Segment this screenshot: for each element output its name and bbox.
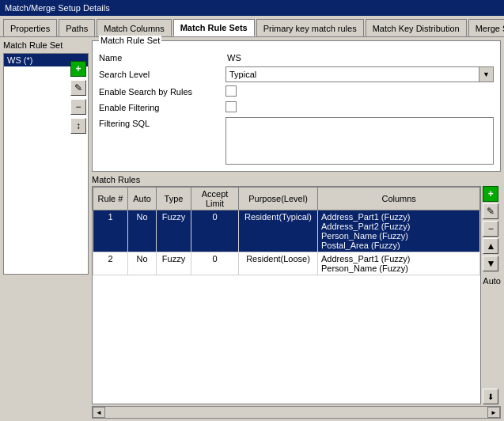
scroll-down-button[interactable]: ⬇ xyxy=(483,389,498,404)
title-bar: Match/Merge Setup Details xyxy=(0,0,504,16)
edit-rule-button[interactable]: ✎ xyxy=(483,203,498,219)
name-label: Name xyxy=(96,51,222,65)
move-rule-down-button[interactable]: ▼ xyxy=(483,256,498,271)
title-text: Match/Merge Setup Details xyxy=(5,3,110,13)
match-rules-header: Match Rules xyxy=(92,175,501,184)
table-row[interactable]: 1 No Fuzzy 0 Resident(Typical) Address_P… xyxy=(93,210,480,252)
move-rule-up-button[interactable]: ▲ xyxy=(483,238,498,254)
tab-match-columns[interactable]: Match Columns xyxy=(97,19,171,36)
rule-type: Fuzzy xyxy=(157,252,191,275)
tab-merge-settings[interactable]: Merge Settings xyxy=(468,19,504,36)
tab-properties[interactable]: Properties xyxy=(3,19,57,36)
enable-filtering-label: Enable Filtering xyxy=(96,100,222,116)
rule-columns: Address_Part1 (Fuzzy) Person_Name (Fuzzy… xyxy=(318,252,480,275)
col-purpose: Purpose(Level) xyxy=(239,188,318,210)
rule-num: 1 xyxy=(93,210,128,252)
add-rule-set-button[interactable]: + xyxy=(70,61,86,77)
reorder-rule-set-button[interactable]: ↕ xyxy=(70,118,86,134)
search-level-arrow[interactable]: ▼ xyxy=(479,67,493,82)
tab-match-rule-sets[interactable]: Match Rule Sets xyxy=(173,19,255,36)
rule-accept-limit: 0 xyxy=(191,210,239,252)
right-panel: Match Rule Set Name WS Search Level Typi… xyxy=(92,40,501,419)
col-rule-num: Rule # xyxy=(93,188,128,210)
add-rule-button[interactable]: + xyxy=(483,186,498,202)
name-value: WS xyxy=(225,52,494,63)
remove-rule-set-button[interactable]: − xyxy=(70,99,86,115)
rule-action-buttons: + ✎ − ▲ ▼ Auto ⬇ xyxy=(483,186,501,404)
main-content: Match Rule Set WS (*) + ✎ − ↕ Match Rule… xyxy=(0,37,504,421)
rule-type: Fuzzy xyxy=(157,210,191,252)
rule-purpose: Resident(Loose) xyxy=(239,252,318,275)
rule-auto: No xyxy=(128,210,157,252)
left-panel: Match Rule Set WS (*) + ✎ − ↕ xyxy=(3,40,89,419)
rule-num: 2 xyxy=(93,252,128,275)
enable-search-label: Enable Search by Rules xyxy=(96,84,222,100)
scroll-right-button[interactable]: ► xyxy=(487,407,500,418)
horizontal-scrollbar[interactable]: ◄ ► xyxy=(92,406,501,419)
rules-table: Rule # Auto Type Accept Limit Purpose(Le… xyxy=(93,187,480,275)
rule-purpose: Resident(Typical) xyxy=(239,210,318,252)
match-rules-container: Rule # Auto Type Accept Limit Purpose(Le… xyxy=(92,186,501,404)
table-row[interactable]: 2 No Fuzzy 0 Resident(Loose) Address_Par… xyxy=(93,252,480,275)
enable-search-checkbox[interactable] xyxy=(225,85,237,97)
edit-rule-set-button[interactable]: ✎ xyxy=(70,80,86,96)
left-panel-header: Match Rule Set xyxy=(3,40,89,50)
tab-match-key-dist[interactable]: Match Key Distribution xyxy=(366,19,467,36)
scroll-left-button[interactable]: ◄ xyxy=(93,407,105,418)
col-auto: Auto xyxy=(128,188,157,210)
col-columns: Columns xyxy=(318,188,480,210)
rule-accept-limit: 0 xyxy=(191,252,239,275)
filtering-sql-label: Filtering SQL xyxy=(96,116,222,168)
match-rule-set-group: Match Rule Set Name WS Search Level Typi… xyxy=(92,40,501,172)
search-level-label: Search Level xyxy=(96,65,222,84)
tab-paths[interactable]: Paths xyxy=(59,19,95,36)
tab-primary-key[interactable]: Primary key match rules xyxy=(256,19,364,36)
enable-filtering-checkbox[interactable] xyxy=(225,101,237,112)
auto-label: Auto xyxy=(483,276,501,286)
search-level-select[interactable]: Typical ▼ xyxy=(225,66,494,82)
search-level-value: Typical xyxy=(226,69,479,80)
tabs-bar: Properties Paths Match Columns Match Rul… xyxy=(0,16,504,37)
match-rules-section: Match Rules Rule # Auto Type Accept Limi… xyxy=(92,175,501,419)
col-type: Type xyxy=(157,188,191,210)
rules-table-wrapper: Rule # Auto Type Accept Limit Purpose(Le… xyxy=(92,186,481,404)
scrollbar-track xyxy=(105,407,487,418)
rule-auto: No xyxy=(128,252,157,275)
form-table: Name WS Search Level Typical ▼ Ena xyxy=(96,51,497,168)
remove-rule-button[interactable]: − xyxy=(483,221,498,237)
filtering-sql-textarea[interactable] xyxy=(225,117,494,165)
group-box-title: Match Rule Set xyxy=(99,36,161,45)
rule-columns: Address_Part1 (Fuzzy) Address_Part2 (Fuz… xyxy=(318,210,480,252)
col-accept-limit: Accept Limit xyxy=(191,188,239,210)
